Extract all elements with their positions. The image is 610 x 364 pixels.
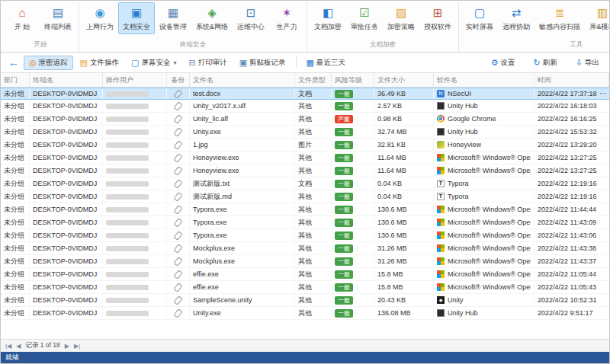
toolbar-item-print-audit[interactable]: ⊟打印审计 — [183, 56, 232, 70]
approval-tasks-icon: ☑ — [359, 5, 369, 21]
ribbon-item-doc-encryption[interactable]: ◧文档加密 — [310, 2, 346, 34]
file-cell: Unity.exe — [190, 307, 295, 319]
type-cell: 图片 — [295, 139, 332, 151]
table-row[interactable]: 未分组DESKTOP-0VIDMDJUnity_v2017.x.ulf其他一般2… — [1, 100, 609, 113]
ribbon-item-system-network[interactable]: ◈系统&网络 — [191, 2, 233, 34]
last-page-button[interactable]: ▶| — [74, 343, 80, 350]
paperclip-icon — [173, 308, 182, 318]
ribbon-item-ops-center[interactable]: ⊡运维中心 — [233, 2, 269, 34]
ribbon-item-internet-behavior[interactable]: ◉上网行为 — [82, 2, 118, 34]
column-header-dept[interactable]: 部门 — [1, 73, 30, 87]
table-row[interactable]: 未分组DESKTOP-0VIDMDJeffie.exe其他一般15.8 MBMi… — [1, 281, 609, 294]
prev-page-button[interactable]: ◀ — [16, 343, 21, 350]
column-header-type[interactable]: 文件类型 — [295, 73, 332, 87]
app-name: Microsoft® Windows® Oper... — [448, 269, 531, 280]
time-cell: 2022/4/22 17:37:18⋯ — [535, 88, 609, 99]
toolbar-item-recent-3-days[interactable]: ▦最近三天 — [301, 56, 351, 70]
table-row[interactable]: 未分组DESKTOP-0VIDMDJ测试新版.txt文档一般0.04 KBTyp… — [1, 177, 609, 190]
file-cell: Mockplus.exe — [190, 242, 295, 254]
table-row[interactable]: 未分组DESKTOP-0VIDMDJTypora.exe其他一般130.6 MB… — [1, 229, 609, 242]
column-header-app[interactable]: 软件名 — [434, 73, 535, 87]
toolbar-item-file-operations[interactable]: ▤文件操作 — [75, 56, 124, 70]
ribbon-item-authorized-software[interactable]: ⊞授权软件 — [419, 2, 456, 34]
type-cell: 其他 — [295, 242, 332, 254]
table-row[interactable]: 未分组DESKTOP-0VIDMDJUnity.exe其他一般32.74 MBU… — [1, 126, 609, 139]
table-row[interactable]: 未分组DESKTOP-0VIDMDJSampleScene.unity其他一般2… — [1, 294, 609, 307]
user-cell — [103, 126, 167, 138]
terminal-cell: DESKTOP-0VIDMDJ — [30, 152, 103, 164]
column-header-risk[interactable]: 风险等级 — [332, 73, 374, 87]
toolbar-right-group: ⚙设置↻刷新⇩导出 — [486, 56, 605, 70]
ribbon-item-library-templates[interactable]: ▥库&模板 — [585, 2, 609, 34]
column-header-file[interactable]: 文件名 — [190, 73, 295, 87]
ribbon-item-remote-assist[interactable]: ⇄远程协助 — [498, 2, 535, 34]
ribbon-item-productivity[interactable]: ✶生产力 — [269, 2, 304, 34]
risk-cell: 一般 — [332, 190, 374, 203]
toolbar-item-screen-security[interactable]: ▢屏幕安全▾ — [126, 56, 181, 70]
dept-cell: 未分组 — [1, 190, 30, 203]
file-cell: Unity.exe — [190, 126, 295, 138]
toolbar-item-export[interactable]: ⇩导出 — [570, 56, 605, 70]
first-page-button[interactable]: |◀ — [5, 343, 11, 350]
file-cell: effie.exe — [190, 281, 295, 293]
column-header-terminal[interactable]: 终端名 — [30, 73, 103, 87]
refresh-icon: ↻ — [534, 58, 541, 68]
table-row[interactable]: 未分组DESKTOP-0VIDMDJtest.docx文档一般36.49 KBN… — [1, 88, 609, 100]
paperclip-icon — [173, 244, 182, 254]
table-row[interactable]: 未分组DESKTOP-0VIDMDJMockplus.exe其他一般31.26 … — [1, 255, 609, 268]
user-cell — [103, 268, 167, 280]
table-row[interactable]: 未分组DESKTOP-0VIDMDJUnity.exe其他一般136.08 MB… — [1, 307, 609, 320]
app-cell: Microsoft® Windows® Oper... — [434, 255, 535, 267]
toolbar-item-label: 文件操作 — [90, 58, 119, 68]
ribbon-item-document-security[interactable]: ▣文档安全 — [118, 2, 155, 34]
ribbon-item-label: 敏感内容扫描 — [539, 22, 580, 32]
table-row[interactable]: 未分组DESKTOP-0VIDMDJMockplus.exe其他一般31.26 … — [1, 242, 609, 255]
table-row[interactable]: 未分组DESKTOP-0VIDMDJTypora.exe其他一般130.6 MB… — [1, 216, 609, 229]
ribbon-item-start[interactable]: ⌂开 始 — [5, 2, 40, 34]
column-header-size[interactable]: 文件大小 — [374, 73, 434, 87]
time-cell: 2022/4/22 10:52:31 — [535, 294, 609, 306]
terminal-cell: DESKTOP-0VIDMDJ — [30, 281, 103, 293]
ribbon-item-realtime-screen[interactable]: ▢实时屏幕 — [461, 2, 498, 34]
table-row[interactable]: 未分组DESKTOP-0VIDMDJTypora.exe其他一般130.6 MB… — [1, 203, 609, 216]
type-cell: 其他 — [295, 294, 332, 306]
realtime-screen-icon: ▢ — [474, 5, 485, 21]
time-cell: 2022/4/22 12:19:16 — [535, 177, 609, 190]
toolbar-item-label: 打印审计 — [198, 58, 227, 68]
table-row[interactable]: 未分组DESKTOP-0VIDMDJHoneyview.exe其他一般11.64… — [1, 152, 609, 164]
toolbar-item-refresh[interactable]: ↻刷新 — [528, 56, 563, 70]
column-header-attach[interactable]: 备份 — [167, 73, 190, 87]
ribbon-item-sensitive-scan[interactable]: ≣敏感内容扫描 — [535, 2, 585, 34]
table-row[interactable]: 未分组DESKTOP-0VIDMDJHoneyview.exe其他一般11.64… — [1, 164, 609, 177]
app-name: Microsoft® Windows® Oper... — [448, 165, 531, 177]
table-row[interactable]: 未分组DESKTOP-0VIDMDJeffie.exe其他一般15.8 MBMi… — [1, 268, 609, 281]
dept-cell: 未分组 — [1, 255, 30, 267]
ribbon-item-label: 文档安全 — [123, 22, 150, 32]
dept-cell: 未分组 — [1, 100, 30, 112]
app-cell: Microsoft® Windows® Oper... — [434, 164, 535, 177]
dept-cell: 未分组 — [1, 152, 30, 164]
column-header-time[interactable]: 时间 — [535, 73, 609, 87]
ribbon-item-approval-tasks[interactable]: ☑审批任务 — [346, 2, 383, 34]
toolbar-item-settings[interactable]: ⚙设置 — [486, 56, 521, 70]
user-cell — [103, 294, 167, 306]
more-icon[interactable]: ⋯ — [599, 88, 607, 99]
unity-app-icon — [437, 296, 445, 304]
column-header-user[interactable]: 操作用户 — [103, 73, 167, 87]
windows-app-icon — [437, 257, 445, 265]
ribbon-item-encryption-policy[interactable]: ▨加密策略 — [383, 2, 419, 34]
table-row[interactable]: 未分组DESKTOP-0VIDMDJUnity_lic.alf其他严重0.98 … — [1, 113, 609, 126]
next-page-button[interactable]: ▶ — [65, 343, 69, 350]
ribbon-item-label: 设备管理 — [159, 22, 187, 32]
toolbar-item-leak-trace[interactable]: ◎泄密追踪 — [24, 56, 73, 70]
type-cell: 文档 — [295, 177, 332, 190]
ribbon-item-device-management[interactable]: ▦设备管理 — [155, 2, 191, 34]
toolbar-item-clipboard-records[interactable]: ▣剪贴板记录 — [234, 56, 291, 70]
risk-cell: 一般 — [332, 139, 374, 151]
table-row[interactable]: 未分组DESKTOP-0VIDMDJ1.jpg图片一般32.81 KBHoney… — [1, 139, 609, 152]
terminal-cell: DESKTOP-0VIDMDJ — [30, 113, 103, 125]
risk-badge: 一般 — [335, 309, 353, 318]
ribbon-item-terminal-list[interactable]: ▤终端列表 — [40, 2, 76, 34]
back-button[interactable]: ← — [5, 56, 22, 69]
table-row[interactable]: 未分组DESKTOP-0VIDMDJ测试新版.md其他一般0.04 KBTypo… — [1, 190, 609, 203]
